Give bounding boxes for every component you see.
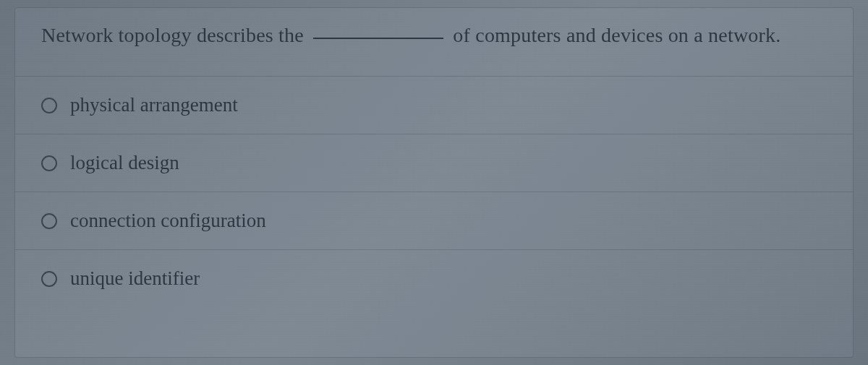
question-area: Network topology describes the of comput… [15, 8, 853, 77]
option-label: connection configuration [70, 210, 266, 232]
option-row[interactable]: physical arrangement [15, 77, 853, 134]
option-row[interactable]: unique identifier [15, 250, 853, 307]
radio-icon[interactable] [41, 271, 57, 287]
radio-icon[interactable] [41, 98, 57, 113]
option-row[interactable]: connection configuration [15, 192, 853, 250]
option-label: unique identifier [70, 267, 200, 290]
question-text: Network topology describes the of comput… [41, 24, 827, 47]
question-prefix: Network topology describes the [41, 24, 304, 46]
option-label: physical arrangement [70, 94, 238, 116]
option-row[interactable]: logical design [15, 134, 853, 192]
radio-icon[interactable] [41, 213, 57, 229]
option-label: logical design [70, 152, 179, 174]
question-suffix: of computers and devices on a network. [453, 24, 780, 46]
radio-icon[interactable] [41, 155, 57, 171]
options-list: physical arrangement logical design conn… [15, 77, 853, 307]
quiz-card: Network topology describes the of comput… [14, 7, 854, 358]
fill-in-blank [313, 38, 443, 39]
